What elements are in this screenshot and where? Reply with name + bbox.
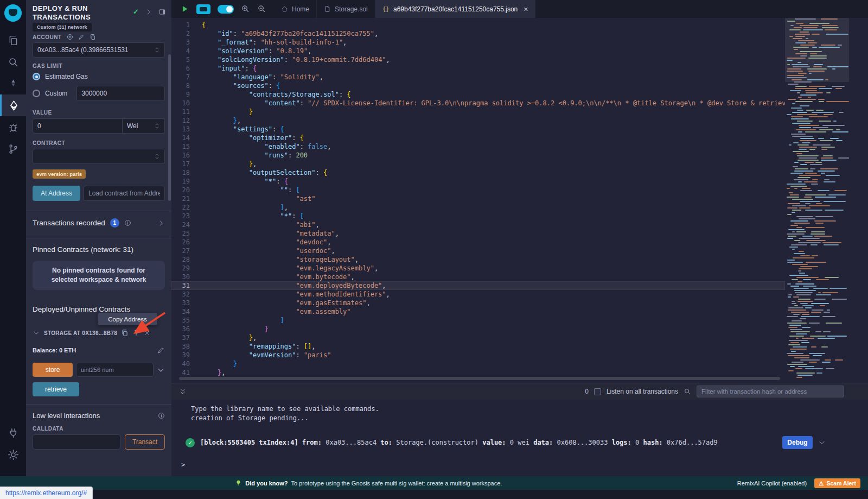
settings-icon[interactable] [0, 444, 26, 465]
code-line[interactable]: 9 "contracts/Storage.sol": { [171, 90, 785, 99]
zoom-in-icon[interactable] [241, 4, 250, 14]
expand-tx-icon[interactable] [818, 439, 826, 446]
debug-button[interactable]: Debug [782, 436, 813, 449]
code-editor[interactable]: 1{2 "id": "a69b43f277ba20fcac141151250ca… [171, 18, 868, 383]
terminal-prompt[interactable]: > [181, 461, 868, 469]
code-line[interactable]: 2 "id": "a69b43f277ba20fcac141151250ca75… [171, 29, 785, 38]
code-line[interactable]: 13 "settings": { [171, 125, 785, 134]
terminal-filter-input[interactable] [697, 386, 844, 397]
pin-side-panel-icon[interactable] [158, 8, 166, 16]
code-line[interactable]: 38 "remappings": [], [171, 342, 785, 351]
remove-instance-icon[interactable] [144, 330, 150, 336]
scam-alert-badge[interactable]: ⚠ Scam Alert [814, 478, 860, 488]
retrieve-button[interactable]: retrieve [33, 382, 79, 396]
info-icon[interactable] [124, 219, 131, 226]
code-line[interactable]: 16 "runs": 200 [171, 151, 785, 160]
edit-balance-icon[interactable] [157, 346, 165, 354]
code-line[interactable]: 39 "evmVersion": "paris" [171, 351, 785, 359]
code-line[interactable]: 40 } [171, 359, 785, 368]
code-line[interactable]: 37 }, [171, 333, 785, 342]
git-icon[interactable] [0, 138, 26, 160]
code-line[interactable]: 41 }, [171, 368, 785, 377]
code-line[interactable]: 10 "content": "// SPDX-License-Identifie… [171, 99, 785, 108]
code-line[interactable]: 34 "evm.assembly" [171, 307, 785, 316]
expand-tx-recorded-icon[interactable] [157, 219, 165, 227]
listen-all-checkbox[interactable] [594, 388, 601, 395]
code-line[interactable]: 36 } [171, 325, 785, 333]
collapse-instance-icon[interactable] [33, 329, 40, 337]
transaction-row[interactable]: ✓ [block:5583405 txIndex:4] from: 0xa03.… [186, 436, 868, 449]
code-line[interactable]: 15 "enabled": false, [171, 142, 785, 151]
calldata-input[interactable] [37, 438, 116, 446]
code-line[interactable]: 4 "solcVersion": "0.8.19", [171, 47, 785, 55]
at-address-input[interactable] [88, 190, 160, 197]
tab-storage-sol[interactable]: Storage.sol [317, 0, 375, 18]
low-level-info-icon[interactable] [158, 412, 165, 419]
collapse-terminal-icon[interactable] [179, 388, 187, 395]
code-line[interactable]: 20 "": [ [171, 186, 785, 194]
code-line[interactable]: 14 "optimizer": { [171, 134, 785, 142]
panel-scrollbar[interactable] [168, 54, 171, 201]
value-input[interactable] [37, 122, 118, 130]
custom-gas-input[interactable] [81, 90, 160, 97]
deploy-run-icon[interactable] [0, 94, 26, 116]
code-line[interactable]: 22 ], [171, 203, 785, 212]
pin-contract-icon[interactable] [132, 329, 140, 337]
remix-logo[interactable] [4, 4, 22, 22]
code-line[interactable]: 12 }, [171, 116, 785, 125]
value-unit-select[interactable]: Wei [123, 118, 165, 134]
contract-select[interactable] [33, 149, 165, 164]
code-line[interactable]: 23 "*": [ [171, 212, 785, 220]
code-line[interactable]: 19 "*": { [171, 177, 785, 186]
copy-account-icon[interactable] [90, 34, 96, 40]
expand-params-icon[interactable] [157, 366, 165, 374]
code-line[interactable]: 26 "devdoc", [171, 238, 785, 247]
chevron-right-icon[interactable] [145, 8, 152, 16]
code-line[interactable]: 30 "evm.bytecode", [171, 273, 785, 281]
code-line[interactable]: 1{ [171, 21, 785, 29]
code-line[interactable]: 31 "evm.deployedBytecode", [171, 281, 785, 290]
copy-address-icon[interactable] [121, 329, 129, 337]
editor-hscrollbar[interactable] [179, 377, 780, 380]
debugger-icon[interactable] [0, 116, 26, 138]
at-address-button[interactable]: At Address [33, 186, 80, 201]
estimated-gas-radio[interactable] [33, 73, 40, 80]
store-button[interactable]: store [33, 363, 73, 377]
copilot-status[interactable]: RemixAI Copilot (enabled) [737, 480, 807, 487]
solidity-compiler-icon[interactable] [0, 73, 26, 94]
store-param-input[interactable] [81, 367, 149, 373]
zoom-out-icon[interactable] [257, 4, 266, 14]
code-line[interactable]: 27 "userdoc", [171, 247, 785, 255]
code-line[interactable]: 25 "metadata", [171, 229, 785, 238]
code-line[interactable]: 3 "_format": "hh-sol-build-info-1", [171, 38, 785, 47]
code-line[interactable]: 24 "abi", [171, 220, 785, 229]
code-line[interactable]: 17 }, [171, 160, 785, 168]
tab-build-info-json[interactable]: {} a69b43f277ba20fcac141151250ca755.json… [375, 0, 536, 18]
code-line[interactable]: 11 } [171, 108, 785, 116]
code-line[interactable]: 33 "evm.gasEstimates", [171, 299, 785, 307]
code-line[interactable]: 7 "language": "Solidity", [171, 73, 785, 81]
code-line[interactable]: 29 "evm.legacyAssembly", [171, 264, 785, 273]
code-line[interactable]: 8 "sources": { [171, 81, 785, 90]
run-script-icon[interactable] [180, 4, 189, 14]
ai-assistant-icon[interactable] [196, 4, 210, 14]
account-select[interactable]: 0xA03...85ac4 (0.39866531531 [33, 42, 165, 58]
code-line[interactable]: 32 "evm.methodIdentifiers", [171, 290, 785, 299]
plugin-manager-icon[interactable] [0, 422, 26, 444]
code-line[interactable]: 6 "input": { [171, 64, 785, 73]
tab-home[interactable]: Home [274, 0, 317, 18]
code-line[interactable]: 5 "solcLongVersion": "0.8.19+commit.7dd6… [171, 55, 785, 64]
code-line[interactable]: 35 ] [171, 316, 785, 325]
file-explorer-icon[interactable] [0, 29, 26, 51]
close-tab-icon[interactable]: × [524, 5, 528, 14]
add-account-icon[interactable] [67, 34, 73, 40]
minimap[interactable] [785, 18, 849, 383]
transact-button[interactable]: Transact [125, 434, 165, 450]
edit-account-icon[interactable] [78, 34, 85, 40]
search-icon[interactable] [0, 51, 26, 73]
code-line[interactable]: 28 "storageLayout", [171, 255, 785, 264]
code-line[interactable]: 18 "outputSelection": { [171, 168, 785, 177]
copilot-toggle[interactable] [218, 5, 234, 14]
code-line[interactable]: 21 "ast" [171, 194, 785, 203]
custom-gas-radio[interactable] [33, 90, 40, 97]
